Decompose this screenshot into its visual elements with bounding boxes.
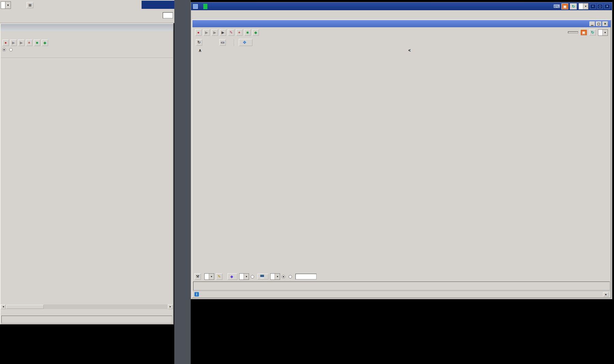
play-icon[interactable]: ▶ xyxy=(211,29,218,36)
ccm-user-dropdown[interactable]: ▼ xyxy=(579,3,588,10)
bpv-exception-area xyxy=(193,282,610,290)
tools-icon[interactable]: ⚒ xyxy=(194,273,201,280)
info-icon: i xyxy=(194,292,199,297)
square-icon[interactable]: ■ xyxy=(244,29,251,36)
add-icon[interactable]: + xyxy=(236,29,243,36)
add-icon[interactable]: + xyxy=(26,40,32,46)
scrollbar-thumb[interactable] xyxy=(6,305,44,309)
fit-dropdown[interactable]: ▼ xyxy=(270,273,280,280)
vertical-header: < xyxy=(404,47,609,54)
elogbook-icon[interactable]: ⊞ xyxy=(27,2,33,8)
top-left-bar: ▼ ⊞ xyxy=(0,0,174,23)
play-icon[interactable]: ▶ xyxy=(10,40,17,46)
horizontal-scrollbar[interactable]: ◄ ► xyxy=(1,304,173,309)
tn-badge xyxy=(203,4,207,9)
horizontal-profile-column: ∧ xyxy=(194,47,399,272)
openoffice-button[interactable]: ❖ xyxy=(239,39,252,46)
elena-status-bar xyxy=(1,316,172,323)
ccm-title-bar[interactable]: ⌨ ▣ ↻ ▼ ≡ ▢ ✕ xyxy=(191,2,612,10)
elena-window-title[interactable] xyxy=(1,24,173,31)
device-table xyxy=(1,58,173,304)
close-icon[interactable]: ✕ xyxy=(602,21,608,26)
save-icon xyxy=(260,275,264,278)
bpv-title-bar[interactable]: ▁ ▢ ✕ xyxy=(192,20,611,27)
alarm-button[interactable]: ▣ xyxy=(580,29,587,35)
maximize-icon[interactable]: ▢ xyxy=(596,21,601,26)
keyboard-icon[interactable]: ⌨ xyxy=(553,4,560,9)
diamond-icon[interactable]: ◆ xyxy=(42,40,48,46)
access-dropdown[interactable]: ▼ xyxy=(204,273,214,280)
beam-profile-viewer: ▁ ▢ ✕ ● ▶ ▶ ▶ ✎ + ■ ◆ ▣ ↻ xyxy=(192,19,611,298)
restore-icon[interactable]: ▢ xyxy=(597,4,603,9)
ccm-menu-bar xyxy=(191,10,612,19)
ccm-window: ⌨ ▣ ↻ ▼ ≡ ▢ ✕ ▁ ▢ ✕ xyxy=(191,2,612,299)
openoffice-icon: ❖ xyxy=(243,40,247,45)
radio-s[interactable] xyxy=(2,48,6,51)
horizontal-icon: ∧ xyxy=(199,48,202,53)
diamond-icon: ◆ xyxy=(230,274,233,279)
play-icon[interactable]: ▶ xyxy=(203,29,210,36)
close-icon[interactable]: ✕ xyxy=(604,4,610,9)
refresh-button[interactable]: ↻ xyxy=(589,29,596,35)
show-radio-2[interactable] xyxy=(282,275,285,278)
references-dropdown[interactable]: ▼ xyxy=(239,273,249,280)
diamond-icon[interactable]: ◆ xyxy=(252,29,259,36)
show-radio-1[interactable] xyxy=(251,275,254,278)
play-icon[interactable]: ▶ xyxy=(18,40,25,46)
vistar-panel xyxy=(325,299,614,364)
window-menu-icon[interactable]: ≡ xyxy=(590,4,596,9)
scroll-up-icon[interactable]: ▲ xyxy=(603,292,609,297)
separator xyxy=(234,39,235,46)
chevron-down-icon[interactable]: ▼ xyxy=(275,274,280,279)
vistar-radio[interactable] xyxy=(289,275,292,278)
vertical-profile-column: < xyxy=(404,47,609,272)
sr-radio-row xyxy=(1,47,173,52)
side-toolbar xyxy=(174,0,191,364)
vistar-input[interactable] xyxy=(295,274,317,279)
stop-icon[interactable]: ● xyxy=(2,40,9,46)
pencil-icon[interactable]: ✎ xyxy=(228,29,234,36)
bpv-toolbar: ● ▶ ▶ ▶ ✎ + ■ ◆ ▣ ↻ ▼ xyxy=(192,27,611,37)
cycle-selector[interactable] xyxy=(568,31,578,33)
elena-window: ● ▶ ▶ + ■ ◆ ◄ ► xyxy=(0,23,174,324)
chevron-down-icon[interactable]: ▼ xyxy=(602,30,608,35)
japc-view-label xyxy=(1,52,173,58)
refresh-button[interactable]: ↻ xyxy=(570,3,577,10)
bpv-controls-bar: ⚒ ▼ ✎ ◆ ▼ xyxy=(192,272,611,281)
chevron-down-icon[interactable]: ▼ xyxy=(583,3,588,9)
app-icon xyxy=(193,4,198,9)
elena-menu-bar xyxy=(1,31,173,39)
alarm-button[interactable]: ▣ xyxy=(561,3,568,10)
screen-icon[interactable]: ▭ xyxy=(219,39,226,46)
scroll-right-icon[interactable]: ► xyxy=(168,304,173,309)
horizontal-header: ∧ xyxy=(194,47,399,54)
bpv-status-bar: i ▲ xyxy=(192,291,611,298)
pencil-icon[interactable]: ✎ xyxy=(216,273,222,280)
minimize-icon[interactable]: ▁ xyxy=(589,21,595,26)
screen: ▼ ⊞ ● ▶ ▶ + ■ ◆ ◄ xyxy=(0,0,614,364)
chevron-down-icon[interactable]: ▼ xyxy=(5,2,11,9)
context-spinner[interactable] xyxy=(163,12,173,18)
refresh-icon[interactable]: ↻ xyxy=(196,39,202,46)
table-icon-row xyxy=(1,309,173,315)
monitor-selection-row: ↻ ▭ ❖ xyxy=(192,37,611,47)
chevron-down-icon[interactable]: ▼ xyxy=(209,274,214,279)
scroll-left-icon[interactable]: ◄ xyxy=(1,304,6,309)
profiles-area: ∧ < xyxy=(192,47,611,272)
play-icon[interactable]: ▶ xyxy=(220,29,226,36)
chevron-down-icon[interactable]: ▼ xyxy=(244,274,249,279)
date-box xyxy=(142,1,174,9)
vertical-icon: < xyxy=(408,48,411,53)
square-icon[interactable]: ■ xyxy=(34,40,40,46)
bpv-user-dropdown[interactable]: ▼ xyxy=(598,29,608,36)
radio-r[interactable] xyxy=(9,48,13,51)
stop-icon[interactable]: ● xyxy=(195,29,202,36)
user-dropdown[interactable]: ▼ xyxy=(1,1,11,9)
modify-selection-button[interactable]: ◆ xyxy=(228,273,237,280)
elena-toolbar: ● ▶ ▶ + ■ ◆ xyxy=(1,39,173,47)
save-button[interactable] xyxy=(258,274,268,279)
